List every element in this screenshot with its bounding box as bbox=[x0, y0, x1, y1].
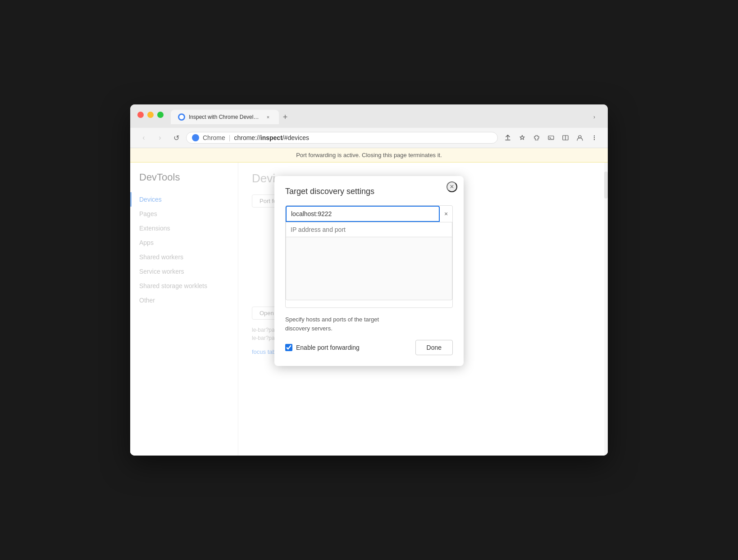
modal-title: Target discovery settings bbox=[285, 187, 453, 196]
tab-favicon bbox=[178, 113, 185, 121]
devtools-icon[interactable] bbox=[545, 131, 557, 144]
address-suffix: /#devices bbox=[282, 134, 309, 141]
address-bar: ‹ › ↺ Chrome | chrome://inspect/#devices bbox=[130, 128, 608, 148]
address-favicon bbox=[192, 134, 199, 141]
new-host-port-input[interactable] bbox=[286, 222, 452, 237]
port-forwarding-label: Enable port forwarding bbox=[296, 344, 360, 351]
notification-text: Port forwarding is active. Closing this … bbox=[296, 152, 442, 158]
modal-footer: Enable port forwarding Done bbox=[285, 340, 453, 355]
close-window-button[interactable] bbox=[137, 112, 144, 118]
port-forwarding-checkbox-label[interactable]: Enable port forwarding bbox=[285, 344, 360, 351]
toolbar-icons bbox=[501, 131, 601, 144]
address-prefix: chrome:// bbox=[234, 134, 260, 141]
modal-description: Specify hosts and ports of the target di… bbox=[285, 315, 453, 333]
tab-title: Inspect with Chrome Develope bbox=[189, 114, 261, 120]
modal-first-input-row: × bbox=[286, 206, 452, 222]
extensions-icon[interactable] bbox=[530, 131, 543, 144]
minimize-window-button[interactable] bbox=[147, 112, 154, 118]
title-bar: Inspect with Chrome Develope × + › bbox=[130, 104, 608, 128]
modal-overlay: × Target discovery settings × Specify ho… bbox=[130, 163, 608, 456]
menu-icon[interactable] bbox=[588, 131, 601, 144]
modal-input-group: × bbox=[285, 205, 453, 308]
input-clear-button[interactable]: × bbox=[440, 208, 452, 220]
refresh-button[interactable]: ↺ bbox=[170, 131, 182, 144]
address-divider: | bbox=[229, 134, 231, 141]
svg-point-7 bbox=[594, 139, 595, 140]
notification-bar: Port forwarding is active. Closing this … bbox=[130, 148, 608, 163]
target-discovery-dialog: × Target discovery settings × Specify ho… bbox=[274, 176, 464, 366]
address-input[interactable]: Chrome | chrome://inspect/#devices bbox=[186, 132, 498, 144]
modal-close-button[interactable]: × bbox=[446, 181, 457, 192]
splitscreen-icon[interactable] bbox=[559, 131, 572, 144]
svg-point-6 bbox=[594, 137, 595, 138]
port-forwarding-checkbox[interactable] bbox=[285, 344, 292, 351]
traffic-lights bbox=[137, 112, 164, 118]
tab-overflow-button[interactable]: › bbox=[588, 111, 601, 123]
tabs-row: Inspect with Chrome Develope × + › bbox=[171, 110, 601, 124]
new-tab-button[interactable]: + bbox=[279, 111, 292, 123]
address-site: Chrome bbox=[203, 134, 225, 141]
svg-rect-1 bbox=[548, 136, 554, 140]
profile-icon[interactable] bbox=[574, 131, 586, 144]
browser-content: DevTools Devices Pages Extensions Apps S… bbox=[130, 163, 608, 456]
browser-window: Inspect with Chrome Develope × + › ‹ › ↺… bbox=[130, 104, 608, 456]
modal-hosts-list bbox=[286, 237, 452, 300]
done-button[interactable]: Done bbox=[415, 340, 453, 355]
address-bold: inspect bbox=[260, 134, 282, 141]
share-icon[interactable] bbox=[501, 131, 514, 144]
tab-close-button[interactable]: × bbox=[264, 113, 272, 121]
forward-button[interactable]: › bbox=[154, 131, 166, 144]
svg-point-5 bbox=[594, 135, 595, 136]
browser-tab[interactable]: Inspect with Chrome Develope × bbox=[171, 110, 279, 124]
svg-point-0 bbox=[179, 115, 184, 119]
address-url: chrome://inspect/#devices bbox=[234, 134, 492, 141]
back-button[interactable]: ‹ bbox=[137, 131, 150, 144]
maximize-window-button[interactable] bbox=[157, 112, 164, 118]
bookmark-icon[interactable] bbox=[516, 131, 528, 144]
host-port-input[interactable] bbox=[286, 206, 440, 222]
